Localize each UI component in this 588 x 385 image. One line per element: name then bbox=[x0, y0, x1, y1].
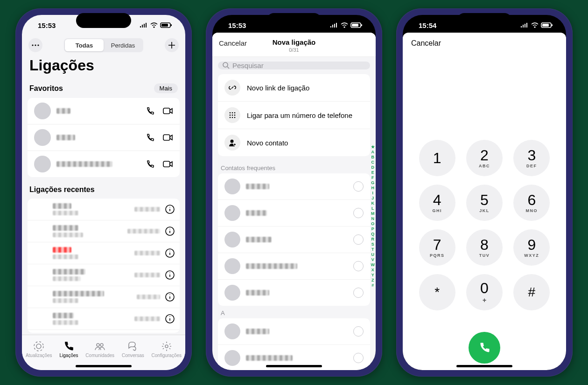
index-letter[interactable]: # bbox=[371, 283, 374, 288]
select-radio[interactable] bbox=[353, 208, 364, 218]
keypad-key-6[interactable]: 6MNO bbox=[513, 185, 550, 221]
tab-chats[interactable]: Conversas bbox=[122, 341, 144, 358]
actions-list: Novo link de ligação Ligar para um númer… bbox=[218, 74, 370, 156]
contact-row[interactable] bbox=[218, 318, 370, 345]
contact-row[interactable] bbox=[218, 200, 370, 227]
select-radio[interactable] bbox=[353, 288, 364, 298]
key-digit: * bbox=[434, 286, 440, 299]
new-contact-button[interactable]: Novo contato bbox=[218, 129, 370, 156]
keypad-key-8[interactable]: 8TUV bbox=[466, 229, 503, 266]
index-letter[interactable]: I bbox=[372, 191, 373, 196]
info-icon[interactable] bbox=[165, 292, 175, 302]
keypad-key-7[interactable]: 7PQRS bbox=[419, 229, 455, 266]
call-phone-number-button[interactable]: Ligar para um número de telefone bbox=[218, 102, 370, 129]
new-call-button[interactable] bbox=[165, 38, 179, 52]
recent-call-row[interactable] bbox=[28, 308, 180, 330]
home-indicator[interactable] bbox=[266, 365, 322, 367]
index-letter[interactable]: Z bbox=[371, 278, 374, 283]
index-letter[interactable]: Q bbox=[371, 232, 374, 237]
index-letter[interactable]: L bbox=[371, 206, 374, 211]
select-radio[interactable] bbox=[353, 353, 364, 363]
tab-calls[interactable]: Ligações bbox=[59, 341, 78, 358]
contact-row[interactable] bbox=[218, 173, 370, 200]
keypad-key-0[interactable]: 0+ bbox=[466, 274, 503, 310]
index-letter[interactable]: H bbox=[371, 186, 375, 191]
index-letter[interactable]: G bbox=[371, 180, 374, 186]
index-letter[interactable]: O bbox=[371, 221, 374, 227]
info-icon[interactable] bbox=[165, 248, 175, 258]
info-icon[interactable] bbox=[165, 204, 175, 214]
index-letter[interactable]: W bbox=[371, 262, 375, 268]
tab-settings[interactable]: Configurações bbox=[152, 341, 182, 358]
index-letter[interactable]: U bbox=[371, 252, 375, 257]
recent-call-row[interactable] bbox=[28, 330, 180, 333]
info-icon[interactable] bbox=[165, 270, 175, 280]
audio-call-button[interactable] bbox=[145, 159, 155, 169]
index-letter[interactable]: B bbox=[371, 155, 375, 160]
recent-call-row[interactable] bbox=[28, 220, 180, 242]
audio-call-button[interactable] bbox=[145, 106, 155, 116]
tab-communities[interactable]: Comunidades bbox=[85, 341, 114, 358]
video-call-button[interactable] bbox=[163, 132, 173, 143]
favorites-more-button[interactable]: Mais bbox=[154, 83, 178, 93]
favorite-item[interactable] bbox=[28, 124, 180, 151]
index-letter[interactable]: ★ bbox=[371, 144, 375, 150]
info-icon[interactable] bbox=[165, 314, 175, 324]
select-radio[interactable] bbox=[353, 181, 364, 192]
keypad-key-hash[interactable]: # bbox=[513, 274, 550, 310]
keypad-key-3[interactable]: 3DEF bbox=[513, 140, 550, 176]
segment-all[interactable]: Todas bbox=[65, 39, 104, 51]
cancel-button[interactable]: Cancelar bbox=[411, 39, 558, 48]
index-letter[interactable]: C bbox=[371, 160, 375, 165]
index-letter[interactable]: K bbox=[371, 201, 375, 206]
favorite-item[interactable] bbox=[28, 151, 180, 177]
home-indicator[interactable] bbox=[76, 365, 132, 367]
key-letters: PQRS bbox=[430, 253, 445, 258]
index-letter[interactable]: X bbox=[371, 268, 374, 273]
favorite-item[interactable] bbox=[28, 98, 180, 124]
audio-call-button[interactable] bbox=[145, 132, 155, 143]
search-input[interactable]: Pesquisar bbox=[218, 62, 370, 69]
new-call-link-button[interactable]: Novo link de ligação bbox=[218, 74, 370, 102]
keypad-key-5[interactable]: 5JKL bbox=[466, 185, 503, 221]
video-call-button[interactable] bbox=[163, 106, 173, 116]
tab-updates[interactable]: Atualizações bbox=[26, 341, 52, 358]
index-letter[interactable]: R bbox=[371, 237, 375, 242]
index-letter[interactable]: S bbox=[371, 242, 374, 247]
alphabet-index[interactable]: ★ABCDEFGHIJKLMNOPQRSTUVWXYZ# bbox=[371, 144, 375, 288]
cancel-button[interactable]: Cancelar bbox=[219, 39, 247, 47]
action-label: Novo link de ligação bbox=[247, 84, 309, 92]
index-letter[interactable]: A bbox=[371, 150, 375, 155]
keypad-key-2[interactable]: 2ABC bbox=[466, 140, 503, 176]
index-letter[interactable]: E bbox=[371, 170, 374, 175]
dial-call-button[interactable] bbox=[469, 332, 500, 364]
info-icon[interactable] bbox=[165, 226, 175, 236]
index-letter[interactable]: V bbox=[371, 257, 374, 262]
recent-call-row[interactable] bbox=[28, 264, 180, 286]
index-letter[interactable]: N bbox=[371, 216, 375, 221]
index-letter[interactable]: M bbox=[371, 211, 375, 216]
index-letter[interactable]: Y bbox=[371, 273, 374, 278]
contact-row[interactable] bbox=[218, 253, 370, 280]
index-letter[interactable]: J bbox=[371, 196, 374, 201]
segment-missed[interactable]: Perdidas bbox=[104, 39, 142, 51]
select-radio[interactable] bbox=[353, 234, 364, 245]
contact-row[interactable] bbox=[218, 227, 370, 253]
recent-call-row[interactable] bbox=[28, 199, 180, 220]
recent-call-row[interactable] bbox=[28, 242, 180, 264]
home-indicator[interactable] bbox=[456, 365, 512, 367]
index-letter[interactable]: F bbox=[371, 175, 374, 180]
keypad-key-star[interactable]: * bbox=[419, 274, 455, 310]
select-radio[interactable] bbox=[353, 261, 364, 271]
recent-call-row[interactable] bbox=[28, 286, 180, 308]
video-call-button[interactable] bbox=[163, 159, 173, 169]
select-radio[interactable] bbox=[353, 326, 364, 337]
index-letter[interactable]: P bbox=[371, 227, 374, 232]
contact-row[interactable] bbox=[218, 280, 370, 306]
more-menu-button[interactable] bbox=[28, 38, 42, 52]
index-letter[interactable]: D bbox=[371, 165, 375, 170]
index-letter[interactable]: T bbox=[371, 247, 374, 252]
keypad-key-1[interactable]: 1 bbox=[419, 140, 455, 176]
keypad-key-4[interactable]: 4GHI bbox=[419, 185, 455, 221]
keypad-key-9[interactable]: 9WXYZ bbox=[513, 229, 550, 266]
